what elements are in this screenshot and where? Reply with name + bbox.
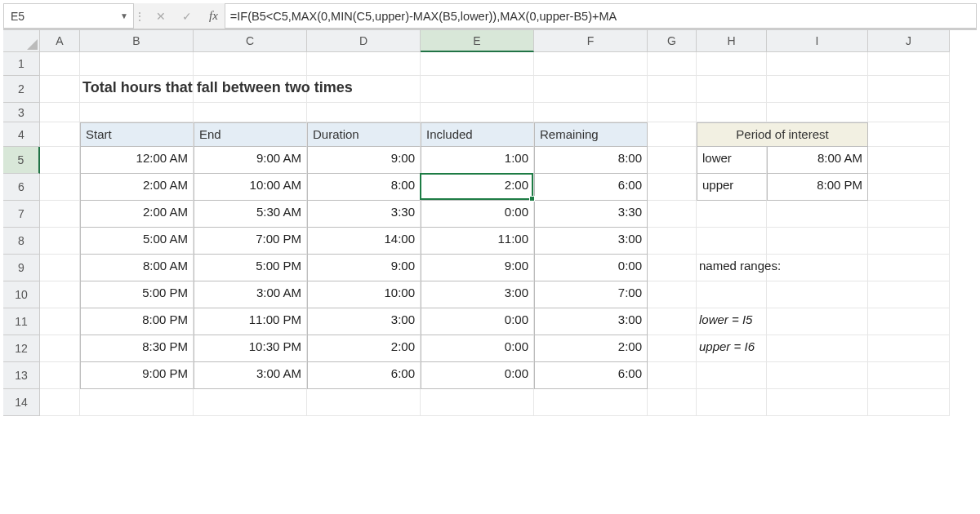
cell-G5[interactable]	[648, 147, 697, 174]
chevron-down-icon[interactable]: ▼	[120, 11, 128, 20]
cell-I2[interactable]	[767, 76, 868, 103]
cell-E11[interactable]: 0:00	[421, 308, 534, 335]
row-header-6[interactable]: 6	[3, 174, 40, 201]
column-header-I[interactable]: I	[767, 30, 868, 52]
cell-A7[interactable]	[40, 201, 80, 228]
cell-I6[interactable]: 8:00 PM	[767, 174, 868, 201]
cell-D8[interactable]: 14:00	[307, 228, 421, 255]
cell-B5[interactable]: 12:00 AM	[80, 147, 194, 174]
row-header-7[interactable]: 7	[3, 201, 40, 228]
cell-B6[interactable]: 2:00 AM	[80, 174, 194, 201]
cell-F9[interactable]: 0:00	[534, 255, 648, 281]
cell-J4[interactable]	[868, 122, 950, 147]
cell-E6[interactable]: 2:00	[421, 174, 534, 201]
cell-H9[interactable]: named ranges:	[697, 255, 767, 281]
cell-G6[interactable]	[648, 174, 697, 201]
cell-F13[interactable]: 6:00	[534, 362, 648, 389]
cell-J10[interactable]	[868, 281, 950, 308]
cell-A12[interactable]	[40, 335, 80, 362]
cell-C11[interactable]: 11:00 PM	[194, 308, 307, 335]
cell-B9[interactable]: 8:00 AM	[80, 255, 194, 281]
cell-B4[interactable]: Start	[80, 122, 194, 147]
cell-E13[interactable]: 0:00	[421, 362, 534, 389]
cell-F4[interactable]: Remaining	[534, 122, 648, 147]
cell-C10[interactable]: 3:00 AM	[194, 281, 307, 308]
column-header-G[interactable]: G	[648, 30, 697, 52]
cell-E9[interactable]: 9:00	[421, 255, 534, 281]
cell-G11[interactable]	[648, 308, 697, 335]
cell-C5[interactable]: 9:00 AM	[194, 147, 307, 174]
cell-I3[interactable]	[767, 103, 868, 122]
row-header-10[interactable]: 10	[3, 281, 40, 308]
cell-B11[interactable]: 8:00 PM	[80, 308, 194, 335]
cell-A4[interactable]	[40, 122, 80, 147]
cell-G9[interactable]	[648, 255, 697, 281]
cell-J1[interactable]	[868, 52, 950, 76]
cell-G13[interactable]	[648, 362, 697, 389]
cell-C1[interactable]	[194, 52, 307, 76]
cell-C12[interactable]: 10:30 PM	[194, 335, 307, 362]
cell-A13[interactable]	[40, 362, 80, 389]
cell-B1[interactable]	[80, 52, 194, 76]
row-header-4[interactable]: 4	[3, 122, 40, 147]
cell-B10[interactable]: 5:00 PM	[80, 281, 194, 308]
cell-C7[interactable]: 5:30 AM	[194, 201, 307, 228]
row-header-3[interactable]: 3	[3, 103, 40, 122]
cell-D6[interactable]: 8:00	[307, 174, 421, 201]
cell-J7[interactable]	[868, 201, 950, 228]
column-header-E[interactable]: E	[421, 30, 534, 52]
cell-E1[interactable]	[421, 52, 534, 76]
fx-icon[interactable]: fx	[203, 3, 225, 29]
column-header-A[interactable]: A	[40, 30, 80, 52]
cell-E7[interactable]: 0:00	[421, 201, 534, 228]
cell-G7[interactable]	[648, 201, 697, 228]
cell-B7[interactable]: 2:00 AM	[80, 201, 194, 228]
select-all-corner[interactable]	[3, 30, 40, 52]
cell-I10[interactable]	[767, 281, 868, 308]
cell-H10[interactable]	[697, 281, 767, 308]
cell-C3[interactable]	[194, 103, 307, 122]
cell-D11[interactable]: 3:00	[307, 308, 421, 335]
cell-B13[interactable]: 9:00 PM	[80, 362, 194, 389]
column-header-B[interactable]: B	[80, 30, 194, 52]
cell-H5[interactable]: lower	[697, 147, 767, 174]
column-header-J[interactable]: J	[868, 30, 950, 52]
cell-G4[interactable]	[648, 122, 697, 147]
cell-J3[interactable]	[868, 103, 950, 122]
cell-F2[interactable]	[534, 76, 648, 103]
cell-I7[interactable]	[767, 201, 868, 228]
cell-J2[interactable]	[868, 76, 950, 103]
row-header-11[interactable]: 11	[3, 308, 40, 335]
cell-E4[interactable]: Included	[421, 122, 534, 147]
cell-E10[interactable]: 3:00	[421, 281, 534, 308]
formula-input-wrap[interactable]	[225, 3, 977, 29]
row-header-5[interactable]: 5	[3, 147, 40, 174]
cell-D13[interactable]: 6:00	[307, 362, 421, 389]
cell-F1[interactable]	[534, 52, 648, 76]
cell-D9[interactable]: 9:00	[307, 255, 421, 281]
cell-G8[interactable]	[648, 228, 697, 255]
cell-D12[interactable]: 2:00	[307, 335, 421, 362]
cell-C13[interactable]: 3:00 AM	[194, 362, 307, 389]
cell-F10[interactable]: 7:00	[534, 281, 648, 308]
cancel-icon[interactable]: ✕	[152, 7, 170, 25]
cell-H11[interactable]: lower = I5	[697, 308, 767, 335]
cell-J13[interactable]	[868, 362, 950, 389]
cell-J5[interactable]	[868, 147, 950, 174]
cell-J8[interactable]	[868, 228, 950, 255]
cell-H13[interactable]	[697, 362, 767, 389]
cell-F7[interactable]: 3:30	[534, 201, 648, 228]
cell-H6[interactable]: upper	[697, 174, 767, 201]
cell-B12[interactable]: 8:30 PM	[80, 335, 194, 362]
cell-E5[interactable]: 1:00	[421, 147, 534, 174]
cell-A8[interactable]	[40, 228, 80, 255]
row-header-14[interactable]: 14	[3, 389, 40, 416]
cell-J14[interactable]	[868, 389, 950, 416]
cell-I14[interactable]	[767, 389, 868, 416]
cell-J11[interactable]	[868, 308, 950, 335]
cell-C6[interactable]: 10:00 AM	[194, 174, 307, 201]
cell-H7[interactable]	[697, 201, 767, 228]
cell-D10[interactable]: 10:00	[307, 281, 421, 308]
row-header-8[interactable]: 8	[3, 228, 40, 255]
cell-F3[interactable]	[534, 103, 648, 122]
